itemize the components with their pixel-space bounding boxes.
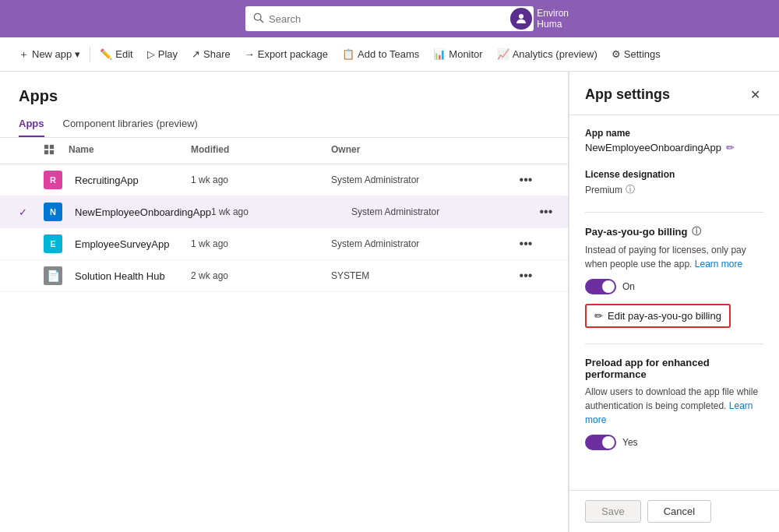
analytics-button[interactable]: 📈 Analytics (preview) (491, 45, 604, 63)
tabs: Apps Component libraries (preview) (0, 111, 568, 138)
export-button[interactable]: → Export package (238, 45, 334, 63)
billing-info-icon: ⓘ (692, 225, 701, 238)
app-table: Name Modified Owner R RecruitingApp 1 wk… (0, 138, 568, 532)
divider (585, 212, 763, 213)
billing-toggle-row: On (585, 279, 763, 294)
app-name-label: App name (585, 128, 763, 139)
table-row[interactable]: 📄 Solution Health Hub 2 wk ago SYSTEM ••… (0, 260, 568, 292)
new-app-button[interactable]: ＋ New app ▾ (12, 44, 86, 65)
billing-section: Pay-as-you-go billing ⓘ Instead of payin… (585, 225, 763, 328)
edit-billing-button[interactable]: ✏ Edit pay-as-you-go billing (585, 304, 731, 328)
left-panel: Apps Apps Component libraries (preview) … (0, 72, 569, 532)
preload-toggle-row: Yes (585, 435, 763, 450)
edit-button[interactable]: ✏️ Edit (93, 45, 139, 63)
settings-title: App settings (585, 86, 670, 103)
preload-heading: Preload app for enhanced performance (585, 357, 763, 380)
app-name-section: App name NewEmployeeOnboardingApp ✏ (585, 128, 763, 153)
billing-toggle[interactable] (585, 279, 616, 294)
preload-toggle[interactable] (585, 435, 616, 450)
col-check (19, 144, 44, 157)
edit-billing-icon: ✏ (594, 310, 603, 322)
separator (90, 47, 90, 62)
plus-icon: ＋ (19, 48, 29, 62)
app-name-newemployee: NewEmployeeOnboardingApp (69, 206, 211, 218)
col-icon (44, 144, 69, 157)
billing-learn-more-link[interactable]: Learn more (695, 259, 742, 270)
svg-rect-4 (50, 145, 54, 149)
license-label: License designation (585, 169, 763, 180)
right-panel: App settings ✕ App name NewEmployeeOnboa… (569, 72, 779, 532)
app-name-health: Solution Health Hub (69, 270, 191, 282)
tab-apps[interactable]: Apps (19, 111, 44, 137)
billing-desc: Instead of paying for licenses, only pay… (585, 243, 763, 271)
analytics-icon: 📈 (497, 48, 509, 60)
main-layout: Apps Apps Component libraries (preview) … (0, 72, 779, 532)
app-name-value: NewEmployeeOnboardingApp (585, 142, 721, 153)
table-row[interactable]: R RecruitingApp 1 wk ago System Administ… (0, 164, 568, 196)
share-button[interactable]: ↗ Share (185, 45, 237, 63)
info-icon: ⓘ (626, 183, 635, 196)
teams-icon: 📋 (342, 48, 354, 60)
app-name-recruiting: RecruitingApp (69, 174, 191, 186)
toolbar: ＋ New app ▾ ✏️ Edit ▷ Play ↗ Share → Exp… (0, 37, 779, 72)
settings-button[interactable]: ⚙ Settings (605, 45, 667, 63)
col-modified: Modified (191, 144, 331, 157)
settings-icon: ⚙ (612, 48, 621, 60)
edit-icon: ✏️ (100, 48, 112, 60)
app-modified-survey: 1 wk ago (191, 238, 331, 249)
monitor-button[interactable]: 📊 Monitor (427, 45, 488, 63)
license-section: License designation Premium ⓘ (585, 169, 763, 196)
svg-rect-3 (44, 145, 48, 149)
col-owner: Owner (331, 144, 502, 157)
row-check: ✓ (19, 206, 44, 218)
divider2 (585, 344, 763, 344)
billing-toggle-label: On (622, 281, 635, 292)
app-owner-survey: System Administrator (331, 238, 502, 249)
search-box[interactable] (245, 6, 534, 31)
svg-rect-6 (50, 150, 54, 154)
app-name-survey: EmployeeSurveyApp (69, 238, 191, 250)
env-text: Environ Huma (537, 8, 569, 30)
page-title: Apps (0, 72, 568, 111)
more-button-newemployee[interactable]: ••• (523, 203, 568, 220)
more-button-survey[interactable]: ••• (502, 235, 549, 252)
app-owner-health: SYSTEM (331, 270, 502, 281)
more-button-health[interactable]: ••• (502, 267, 549, 284)
preload-desc: Allow users to download the app file whi… (585, 385, 763, 427)
more-button-recruiting[interactable]: ••• (502, 171, 549, 188)
app-modified-recruiting: 1 wk ago (191, 174, 331, 185)
avatar (510, 8, 532, 30)
settings-footer: Save Cancel (569, 490, 779, 532)
export-icon: → (245, 48, 255, 60)
cancel-button[interactable]: Cancel (647, 500, 711, 523)
col-actions (502, 144, 549, 157)
app-icon-health: 📄 (44, 266, 62, 285)
app-owner-recruiting: System Administrator (331, 174, 502, 185)
close-button[interactable]: ✕ (747, 84, 763, 105)
app-owner-newemployee: System Administrator (351, 206, 523, 217)
play-button[interactable]: ▷ Play (141, 45, 184, 63)
tab-component-libraries[interactable]: Component libraries (preview) (63, 111, 198, 137)
table-row[interactable]: ✓ N NewEmployeeOnboardingApp 1 wk ago Sy… (0, 196, 568, 228)
top-right-info: Environ Huma (510, 8, 569, 30)
monitor-icon: 📊 (433, 48, 446, 60)
billing-heading: Pay-as-you-go billing ⓘ (585, 225, 763, 238)
top-bar: Environ Huma (0, 0, 779, 37)
share-icon: ↗ (192, 48, 200, 60)
search-input[interactable] (269, 13, 526, 25)
play-icon: ▷ (147, 48, 155, 60)
app-name-edit-icon[interactable]: ✏ (726, 142, 735, 153)
col-name: Name (69, 144, 191, 157)
app-icon-recruiting: R (44, 171, 62, 189)
table-row[interactable]: E EmployeeSurveyApp 1 wk ago System Admi… (0, 228, 568, 260)
app-modified-health: 2 wk ago (191, 270, 331, 281)
search-icon (253, 12, 264, 26)
app-name-value-row: NewEmployeeOnboardingApp ✏ (585, 142, 763, 153)
svg-line-1 (260, 19, 263, 23)
add-to-teams-button[interactable]: 📋 Add to Teams (336, 45, 425, 63)
save-button[interactable]: Save (585, 500, 641, 523)
chevron-down-icon: ▾ (75, 48, 80, 60)
license-value: Premium ⓘ (585, 183, 635, 196)
preload-toggle-label: Yes (622, 437, 638, 448)
app-icon-newemployee: N (44, 203, 62, 221)
